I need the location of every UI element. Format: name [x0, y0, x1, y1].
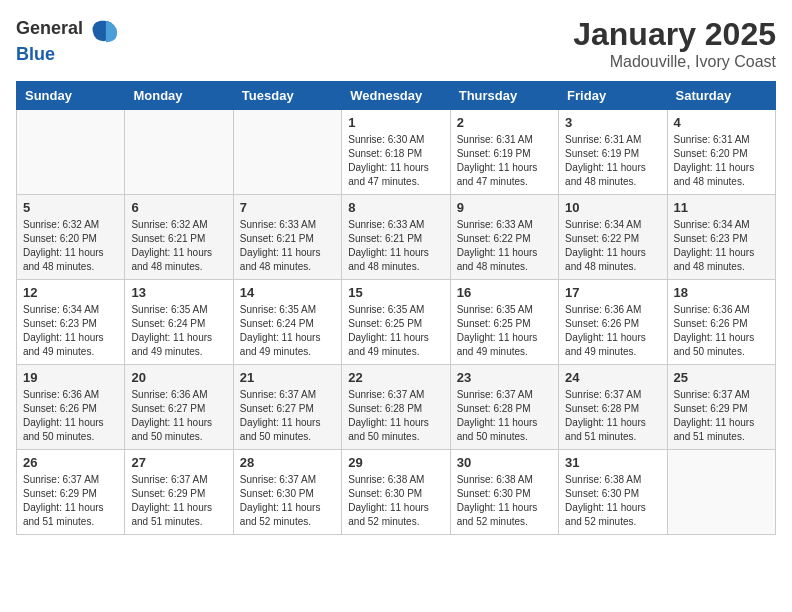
logo-text: General Blue	[16, 16, 118, 65]
day-info: Sunrise: 6:31 AM Sunset: 6:20 PM Dayligh…	[674, 133, 769, 189]
calendar-cell: 13Sunrise: 6:35 AM Sunset: 6:24 PM Dayli…	[125, 280, 233, 365]
day-info: Sunrise: 6:33 AM Sunset: 6:21 PM Dayligh…	[348, 218, 443, 274]
day-number: 31	[565, 455, 660, 470]
calendar-cell: 10Sunrise: 6:34 AM Sunset: 6:22 PM Dayli…	[559, 195, 667, 280]
day-info: Sunrise: 6:31 AM Sunset: 6:19 PM Dayligh…	[565, 133, 660, 189]
day-info: Sunrise: 6:37 AM Sunset: 6:28 PM Dayligh…	[565, 388, 660, 444]
calendar-header-row: SundayMondayTuesdayWednesdayThursdayFrid…	[17, 82, 776, 110]
day-info: Sunrise: 6:38 AM Sunset: 6:30 PM Dayligh…	[565, 473, 660, 529]
day-info: Sunrise: 6:37 AM Sunset: 6:28 PM Dayligh…	[457, 388, 552, 444]
calendar-cell: 17Sunrise: 6:36 AM Sunset: 6:26 PM Dayli…	[559, 280, 667, 365]
day-number: 1	[348, 115, 443, 130]
calendar-cell: 21Sunrise: 6:37 AM Sunset: 6:27 PM Dayli…	[233, 365, 341, 450]
day-info: Sunrise: 6:37 AM Sunset: 6:29 PM Dayligh…	[674, 388, 769, 444]
day-info: Sunrise: 6:35 AM Sunset: 6:25 PM Dayligh…	[348, 303, 443, 359]
calendar-cell	[233, 110, 341, 195]
day-of-week-header: Thursday	[450, 82, 558, 110]
day-info: Sunrise: 6:37 AM Sunset: 6:27 PM Dayligh…	[240, 388, 335, 444]
day-info: Sunrise: 6:35 AM Sunset: 6:25 PM Dayligh…	[457, 303, 552, 359]
day-number: 7	[240, 200, 335, 215]
day-info: Sunrise: 6:32 AM Sunset: 6:21 PM Dayligh…	[131, 218, 226, 274]
calendar-cell: 12Sunrise: 6:34 AM Sunset: 6:23 PM Dayli…	[17, 280, 125, 365]
day-info: Sunrise: 6:32 AM Sunset: 6:20 PM Dayligh…	[23, 218, 118, 274]
calendar-cell: 14Sunrise: 6:35 AM Sunset: 6:24 PM Dayli…	[233, 280, 341, 365]
calendar-cell: 31Sunrise: 6:38 AM Sunset: 6:30 PM Dayli…	[559, 450, 667, 535]
calendar-cell: 22Sunrise: 6:37 AM Sunset: 6:28 PM Dayli…	[342, 365, 450, 450]
page-header: General Blue January 2025 Madouville, Iv…	[16, 16, 776, 71]
day-info: Sunrise: 6:31 AM Sunset: 6:19 PM Dayligh…	[457, 133, 552, 189]
location-title: Madouville, Ivory Coast	[573, 53, 776, 71]
day-number: 19	[23, 370, 118, 385]
calendar-table: SundayMondayTuesdayWednesdayThursdayFrid…	[16, 81, 776, 535]
day-of-week-header: Sunday	[17, 82, 125, 110]
calendar-cell: 5Sunrise: 6:32 AM Sunset: 6:20 PM Daylig…	[17, 195, 125, 280]
day-number: 4	[674, 115, 769, 130]
day-number: 5	[23, 200, 118, 215]
day-number: 29	[348, 455, 443, 470]
calendar-cell: 11Sunrise: 6:34 AM Sunset: 6:23 PM Dayli…	[667, 195, 775, 280]
calendar-cell: 16Sunrise: 6:35 AM Sunset: 6:25 PM Dayli…	[450, 280, 558, 365]
day-info: Sunrise: 6:38 AM Sunset: 6:30 PM Dayligh…	[457, 473, 552, 529]
day-info: Sunrise: 6:30 AM Sunset: 6:18 PM Dayligh…	[348, 133, 443, 189]
day-number: 16	[457, 285, 552, 300]
day-number: 25	[674, 370, 769, 385]
day-number: 17	[565, 285, 660, 300]
calendar-cell: 24Sunrise: 6:37 AM Sunset: 6:28 PM Dayli…	[559, 365, 667, 450]
calendar-cell: 2Sunrise: 6:31 AM Sunset: 6:19 PM Daylig…	[450, 110, 558, 195]
day-info: Sunrise: 6:33 AM Sunset: 6:22 PM Dayligh…	[457, 218, 552, 274]
calendar-cell	[17, 110, 125, 195]
calendar-cell: 30Sunrise: 6:38 AM Sunset: 6:30 PM Dayli…	[450, 450, 558, 535]
logo-icon	[90, 16, 118, 44]
calendar-cell: 3Sunrise: 6:31 AM Sunset: 6:19 PM Daylig…	[559, 110, 667, 195]
day-info: Sunrise: 6:36 AM Sunset: 6:26 PM Dayligh…	[674, 303, 769, 359]
day-number: 22	[348, 370, 443, 385]
calendar-cell: 20Sunrise: 6:36 AM Sunset: 6:27 PM Dayli…	[125, 365, 233, 450]
day-number: 10	[565, 200, 660, 215]
day-info: Sunrise: 6:37 AM Sunset: 6:28 PM Dayligh…	[348, 388, 443, 444]
day-info: Sunrise: 6:34 AM Sunset: 6:23 PM Dayligh…	[23, 303, 118, 359]
calendar-cell: 27Sunrise: 6:37 AM Sunset: 6:29 PM Dayli…	[125, 450, 233, 535]
day-info: Sunrise: 6:33 AM Sunset: 6:21 PM Dayligh…	[240, 218, 335, 274]
day-number: 9	[457, 200, 552, 215]
logo-blue: Blue	[16, 44, 55, 64]
day-number: 30	[457, 455, 552, 470]
day-info: Sunrise: 6:34 AM Sunset: 6:22 PM Dayligh…	[565, 218, 660, 274]
day-number: 12	[23, 285, 118, 300]
calendar-cell: 26Sunrise: 6:37 AM Sunset: 6:29 PM Dayli…	[17, 450, 125, 535]
calendar-cell: 25Sunrise: 6:37 AM Sunset: 6:29 PM Dayli…	[667, 365, 775, 450]
day-number: 11	[674, 200, 769, 215]
calendar-week-row: 5Sunrise: 6:32 AM Sunset: 6:20 PM Daylig…	[17, 195, 776, 280]
calendar-week-row: 26Sunrise: 6:37 AM Sunset: 6:29 PM Dayli…	[17, 450, 776, 535]
day-number: 26	[23, 455, 118, 470]
calendar-cell: 1Sunrise: 6:30 AM Sunset: 6:18 PM Daylig…	[342, 110, 450, 195]
day-of-week-header: Tuesday	[233, 82, 341, 110]
day-number: 20	[131, 370, 226, 385]
title-block: January 2025 Madouville, Ivory Coast	[573, 16, 776, 71]
month-title: January 2025	[573, 16, 776, 53]
calendar-cell: 29Sunrise: 6:38 AM Sunset: 6:30 PM Dayli…	[342, 450, 450, 535]
day-number: 2	[457, 115, 552, 130]
day-of-week-header: Saturday	[667, 82, 775, 110]
calendar-cell: 4Sunrise: 6:31 AM Sunset: 6:20 PM Daylig…	[667, 110, 775, 195]
calendar-cell	[125, 110, 233, 195]
day-number: 3	[565, 115, 660, 130]
calendar-cell: 7Sunrise: 6:33 AM Sunset: 6:21 PM Daylig…	[233, 195, 341, 280]
day-number: 15	[348, 285, 443, 300]
calendar-cell: 18Sunrise: 6:36 AM Sunset: 6:26 PM Dayli…	[667, 280, 775, 365]
day-number: 23	[457, 370, 552, 385]
calendar-cell: 23Sunrise: 6:37 AM Sunset: 6:28 PM Dayli…	[450, 365, 558, 450]
day-of-week-header: Monday	[125, 82, 233, 110]
calendar-week-row: 1Sunrise: 6:30 AM Sunset: 6:18 PM Daylig…	[17, 110, 776, 195]
calendar-cell: 15Sunrise: 6:35 AM Sunset: 6:25 PM Dayli…	[342, 280, 450, 365]
day-info: Sunrise: 6:36 AM Sunset: 6:27 PM Dayligh…	[131, 388, 226, 444]
day-info: Sunrise: 6:35 AM Sunset: 6:24 PM Dayligh…	[240, 303, 335, 359]
day-of-week-header: Friday	[559, 82, 667, 110]
calendar-cell: 9Sunrise: 6:33 AM Sunset: 6:22 PM Daylig…	[450, 195, 558, 280]
day-info: Sunrise: 6:37 AM Sunset: 6:29 PM Dayligh…	[23, 473, 118, 529]
day-info: Sunrise: 6:35 AM Sunset: 6:24 PM Dayligh…	[131, 303, 226, 359]
calendar-cell: 8Sunrise: 6:33 AM Sunset: 6:21 PM Daylig…	[342, 195, 450, 280]
day-info: Sunrise: 6:36 AM Sunset: 6:26 PM Dayligh…	[565, 303, 660, 359]
day-number: 8	[348, 200, 443, 215]
day-info: Sunrise: 6:34 AM Sunset: 6:23 PM Dayligh…	[674, 218, 769, 274]
logo: General Blue	[16, 16, 118, 65]
